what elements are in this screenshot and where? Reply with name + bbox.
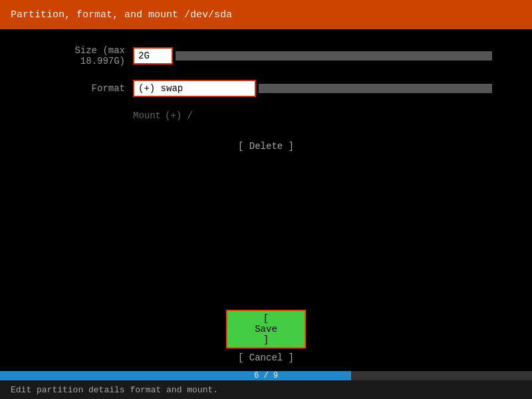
bottom-area: [ Save ] [ Cancel ] bbox=[0, 310, 532, 364]
size-spacer bbox=[176, 51, 492, 61]
delete-row: [ Delete ] bbox=[40, 140, 492, 153]
status-bar: Edit partition details format and mount. bbox=[0, 380, 532, 399]
format-row: Format bbox=[40, 80, 492, 97]
main-content: Size (max 18.997G) Format Mount (+) / [ … bbox=[0, 29, 532, 153]
delete-button[interactable]: [ Delete ] bbox=[233, 140, 299, 153]
format-label: Format bbox=[40, 83, 133, 94]
format-input-wrap bbox=[133, 80, 492, 97]
mount-value: (+) / bbox=[165, 110, 193, 121]
title-text: Partition, format, and mount /dev/sda bbox=[11, 9, 232, 21]
progress-bar: 6 / 9 bbox=[0, 371, 532, 380]
mount-row: Mount (+) / bbox=[133, 110, 492, 121]
size-label: Size (max 18.997G) bbox=[40, 45, 133, 66]
save-button[interactable]: [ Save ] bbox=[226, 310, 306, 348]
size-row: Size (max 18.997G) bbox=[40, 45, 492, 66]
title-bar: Partition, format, and mount /dev/sda bbox=[0, 0, 532, 29]
progress-fill bbox=[0, 371, 351, 380]
size-input-wrap bbox=[133, 47, 492, 65]
status-text: Edit partition details format and mount. bbox=[11, 385, 218, 395]
mount-label: Mount bbox=[133, 110, 161, 121]
format-spacer bbox=[259, 84, 492, 93]
format-input[interactable] bbox=[133, 80, 256, 97]
size-input[interactable] bbox=[133, 47, 173, 65]
cancel-button[interactable]: [ Cancel ] bbox=[226, 351, 306, 364]
progress-text: 6 / 9 bbox=[254, 371, 278, 380]
